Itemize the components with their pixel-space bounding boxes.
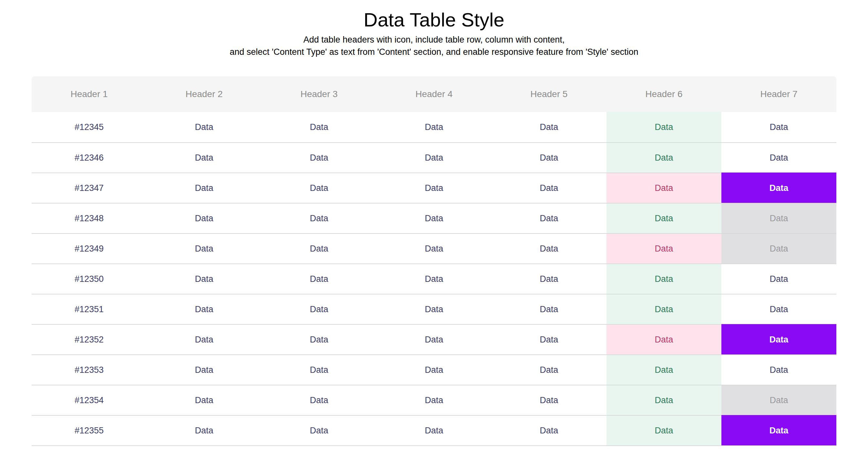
table-cell: Data <box>147 415 261 445</box>
table-cell: Data <box>261 203 376 233</box>
table-cell: Data <box>376 173 492 203</box>
row-id-cell: #12348 <box>32 203 147 233</box>
table-row: #12350DataDataDataDataDataData <box>32 264 836 294</box>
table-cell: Data <box>261 112 376 142</box>
table-row: #12347DataDataDataDataDataData <box>32 173 836 203</box>
row-id-cell: #12351 <box>32 294 147 324</box>
table-cell: Data <box>261 294 376 324</box>
table-cell: Data <box>147 233 261 264</box>
table-row: #12345DataDataDataDataDataData <box>32 112 836 142</box>
table-cell: Data <box>492 264 607 294</box>
table-cell: Data <box>492 415 607 445</box>
table-cell: Data <box>721 264 836 294</box>
table-cell: Data <box>376 112 492 142</box>
table-cell: Data <box>376 233 492 264</box>
table-cell: Data <box>147 264 261 294</box>
table-cell: Data <box>147 112 261 142</box>
row-id-cell: #12345 <box>32 112 147 142</box>
table-row: #12348DataDataDataDataDataData <box>32 203 836 233</box>
table-cell: Data <box>721 203 836 233</box>
table-cell: Data <box>492 142 607 173</box>
table-cell: Data <box>721 294 836 324</box>
table-cell: Data <box>147 173 261 203</box>
table-cell: Data <box>147 385 261 415</box>
page: Data Table Style Add table headers with … <box>0 8 868 58</box>
table-header-cell: Header 6 <box>607 89 721 99</box>
table-cell: Data <box>607 354 721 385</box>
table-cell: Data <box>607 203 721 233</box>
table-header-cell: Header 2 <box>147 89 261 99</box>
table-cell: Data <box>147 294 261 324</box>
table-cell: Data <box>376 354 492 385</box>
table-cell: Data <box>261 385 376 415</box>
table-cell: Data <box>376 203 492 233</box>
page-subtitle: Add table headers with icon, include tab… <box>0 34 868 58</box>
row-id-cell: #12355 <box>32 415 147 445</box>
table-cell: Data <box>261 354 376 385</box>
table-cell: Data <box>721 385 836 415</box>
table-header-cell: Header 3 <box>261 89 376 99</box>
row-id-cell: #12346 <box>32 142 147 173</box>
table-cell: Data <box>607 142 721 173</box>
data-table: Header 1 Header 2 Header 3 Header 4 Head… <box>32 76 836 446</box>
table-cell: Data <box>492 233 607 264</box>
table-cell: Data <box>607 233 721 264</box>
table-cell: Data <box>607 415 721 445</box>
table-row: #12351DataDataDataDataDataData <box>32 294 836 324</box>
table-cell: Data <box>492 324 607 354</box>
table-cell: Data <box>492 385 607 415</box>
page-subtitle-line-2: and select 'Content Type' as text from '… <box>229 47 639 57</box>
table-cell: Data <box>376 385 492 415</box>
table-cell: Data <box>492 203 607 233</box>
table-header-cell: Header 5 <box>492 89 607 99</box>
row-id-cell: #12352 <box>32 324 147 354</box>
table-cell: Data <box>376 142 492 173</box>
table-row: #12352DataDataDataDataDataData <box>32 324 836 354</box>
table-header-cell: Header 4 <box>376 89 492 99</box>
table-body: #12345DataDataDataDataDataData#12346Data… <box>32 112 836 446</box>
table-row: #12349DataDataDataDataDataData <box>32 233 836 264</box>
table-row: #12353DataDataDataDataDataData <box>32 354 836 385</box>
table-cell: Data <box>261 324 376 354</box>
table-cell: Data <box>607 324 721 354</box>
table-cell: Data <box>261 415 376 445</box>
table-header-row: Header 1 Header 2 Header 3 Header 4 Head… <box>32 76 836 112</box>
table-header-cell: Header 1 <box>32 89 147 99</box>
row-id-cell: #12354 <box>32 385 147 415</box>
table-cell: Data <box>147 324 261 354</box>
table-cell: Data <box>492 354 607 385</box>
row-id-cell: #12353 <box>32 354 147 385</box>
table-cell: Data <box>492 112 607 142</box>
table-cell: Data <box>607 264 721 294</box>
page-title: Data Table Style <box>0 8 868 32</box>
table-cell: Data <box>261 173 376 203</box>
table-cell: Data <box>721 233 836 264</box>
table-cell: Data <box>147 142 261 173</box>
table-cell: Data <box>147 203 261 233</box>
table-cell: Data <box>607 112 721 142</box>
page-subtitle-line-1: Add table headers with icon, include tab… <box>304 35 565 44</box>
table-cell: Data <box>376 324 492 354</box>
table-cell: Data <box>607 173 721 203</box>
table-row: #12354DataDataDataDataDataData <box>32 385 836 415</box>
table-cell: Data <box>376 264 492 294</box>
table-cell: Data <box>607 385 721 415</box>
table-header-cell: Header 7 <box>721 89 836 99</box>
table-cell: Data <box>376 294 492 324</box>
table-cell: Data <box>261 142 376 173</box>
table-cell: Data <box>376 415 492 445</box>
table-cell: Data <box>147 354 261 385</box>
row-id-cell: #12350 <box>32 264 147 294</box>
table-cell: Data <box>721 173 836 203</box>
table-cell: Data <box>721 354 836 385</box>
table-cell: Data <box>492 173 607 203</box>
row-id-cell: #12347 <box>32 173 147 203</box>
table-cell: Data <box>721 415 836 445</box>
table-cell: Data <box>492 294 607 324</box>
table-cell: Data <box>721 112 836 142</box>
row-id-cell: #12349 <box>32 233 147 264</box>
table-cell: Data <box>261 264 376 294</box>
table-cell: Data <box>721 142 836 173</box>
table-cell: Data <box>261 233 376 264</box>
table-row: #12355DataDataDataDataDataData <box>32 415 836 445</box>
